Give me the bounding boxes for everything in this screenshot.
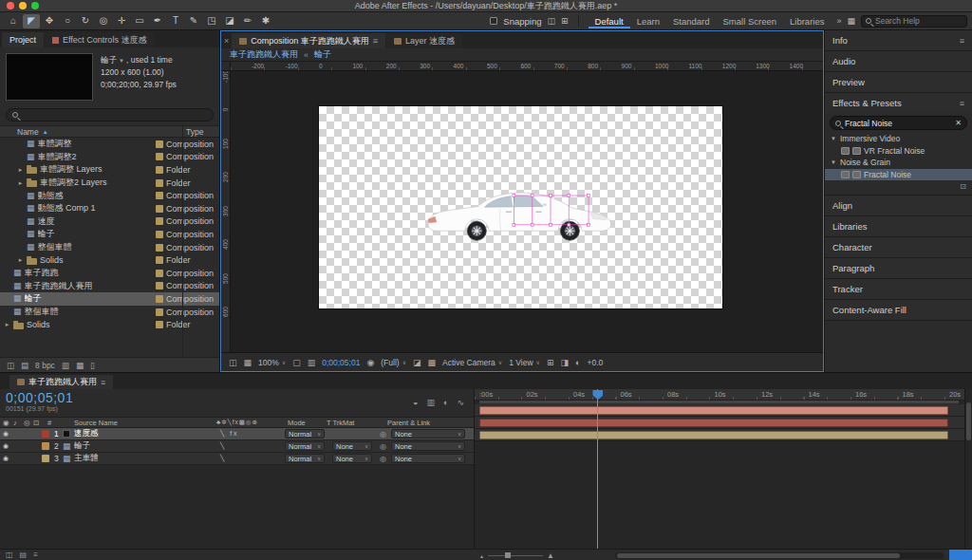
panel-header-character[interactable]: Character (825, 237, 972, 257)
layer-switches[interactable]: ╲ (220, 442, 226, 450)
panel-layout-icon[interactable]: ▦ (847, 16, 855, 26)
help-search[interactable] (861, 15, 967, 28)
label-color-chip[interactable] (156, 282, 163, 289)
always-preview-icon[interactable]: ◫ (229, 358, 237, 367)
layer-switches[interactable]: ╲ (220, 455, 226, 462)
horizontal-ruler[interactable]: -200-10001002003004005006007008009001000… (231, 62, 823, 71)
parent-select[interactable]: None∨ (391, 454, 465, 463)
layer-duration-bar[interactable] (479, 419, 948, 427)
frame-blend-icon[interactable]: ▥ (427, 398, 436, 407)
parent-select[interactable]: None∨ (391, 441, 465, 451)
project-row[interactable]: ▦車體調整2Composition (0, 151, 219, 164)
grid-guides-icon[interactable]: ▥ (308, 358, 316, 367)
color-depth-button[interactable]: 8 bpc (35, 361, 55, 370)
timeline-graph[interactable]: :00s02s04s06s08s10s12s14s16s18s20s (475, 389, 964, 549)
visibility-eye-icon[interactable]: ◉ (3, 442, 9, 450)
trkmat-select[interactable]: None∨ (332, 441, 372, 451)
visibility-eye-icon[interactable]: ◉ (3, 455, 9, 462)
close-window-button[interactable] (7, 2, 14, 9)
project-row[interactable]: ▦輪子Composition (0, 292, 219, 306)
workspace-tab[interactable]: Libraries (783, 14, 831, 28)
project-row[interactable]: ▦輪子Composition (0, 228, 219, 241)
label-color-chip[interactable] (156, 321, 163, 328)
effect-category[interactable]: ▼Noise & Grain (825, 157, 972, 169)
panel-menu-icon[interactable]: ≡ (101, 378, 105, 387)
expander-icon[interactable]: ▸ (4, 321, 10, 328)
composition-viewport[interactable]: -200-10001002003004005006007008009001000… (221, 62, 823, 352)
delete-icon[interactable]: ▯ (90, 361, 95, 370)
workspace-tab[interactable]: Default (589, 14, 630, 28)
layer-label-chip[interactable] (42, 430, 49, 438)
effect-item[interactable]: VR Fractal Noise (825, 145, 972, 158)
scrollbar-thumb[interactable] (617, 553, 900, 558)
panel-header-effects-presets[interactable]: Effects & Presets ≡ (825, 93, 972, 113)
project-row[interactable]: ▸SolidsFolder (0, 253, 219, 267)
label-color-chip[interactable] (156, 270, 163, 277)
project-row[interactable]: ▸SolidsFolder (0, 318, 219, 331)
project-row[interactable]: ▸車體調整 LayersFolder (0, 163, 219, 177)
mode-select[interactable]: Normal∨ (285, 441, 325, 451)
home-icon[interactable]: ⌂ (5, 14, 22, 28)
create-preset-icon[interactable]: ⊡ (960, 182, 966, 191)
workspace-tab[interactable]: Learn (630, 14, 666, 28)
panel-header-tracker[interactable]: Tracker (825, 279, 972, 299)
tab-project[interactable]: Project (2, 32, 44, 47)
expand-in-out-icon[interactable]: ≡ (33, 551, 38, 559)
orbit-camera-tool[interactable]: ↻ (77, 14, 94, 28)
project-row[interactable]: ▦整個車體Composition (0, 306, 219, 319)
label-color-chip[interactable] (156, 205, 163, 213)
layer-duration-bar[interactable] (479, 406, 948, 415)
project-row[interactable]: ▦車子跑跑Composition (0, 267, 219, 280)
zoom-tool[interactable]: ○ (59, 14, 76, 28)
exposure-value[interactable]: +0.0 (587, 358, 603, 367)
breadcrumb-parent[interactable]: 車子跑跑鐵人賽用 (230, 48, 298, 61)
magnification-select[interactable]: 100% ∨ (258, 358, 286, 367)
interpret-footage-icon[interactable]: ◫ (7, 361, 14, 370)
shy-icon[interactable]: ◒ (413, 398, 418, 407)
tab-effect-controls[interactable]: Effect Controls 速度感 (45, 32, 154, 47)
project-row[interactable]: ▦速度Composition (0, 215, 219, 229)
selection-tool[interactable]: ◤ (23, 14, 40, 28)
tab-layer[interactable]: Layer 速度感 (386, 33, 462, 48)
graph-editor-icon[interactable]: ∿ (457, 398, 464, 407)
puppet-pin-tool[interactable]: ✱ (257, 14, 274, 28)
effects-search-input[interactable] (845, 119, 951, 128)
pickwhip-icon[interactable]: ◎ (380, 430, 386, 439)
expand-layer-switches-icon[interactable]: ◫ (6, 551, 13, 559)
footage-thumbnail[interactable] (6, 53, 93, 101)
pen-tool[interactable]: ✒ (149, 14, 166, 28)
panel-header-info[interactable]: Info ≡ (825, 30, 972, 50)
timeline-column-header[interactable]: ◉ ♪ ◎ ⊡ # Source Name ♣✲╲fx▦◎⊕ Mode T Tr… (0, 417, 474, 428)
viewer-current-time[interactable]: 0;00;05;01 (322, 358, 360, 367)
label-color-chip[interactable] (156, 308, 163, 316)
column-trkmat[interactable]: T TrkMat (327, 419, 354, 427)
tab-composition[interactable]: Composition 車子跑跑鐵人賽用 ≡ (232, 33, 385, 48)
project-search-input[interactable] (22, 110, 207, 120)
vertical-ruler[interactable]: -1000100200300400500600 (221, 71, 231, 352)
collapse-triangle-icon[interactable]: ▼ (831, 159, 837, 165)
effect-item[interactable]: Fractal Noise (825, 169, 972, 181)
label-color-chip[interactable] (156, 217, 163, 225)
camera-select[interactable]: Active Camera ∨ (442, 358, 502, 367)
pickwhip-icon[interactable]: ◎ (380, 442, 386, 451)
expander-icon[interactable]: ▸ (17, 256, 24, 264)
effects-search[interactable]: ✕ (830, 116, 967, 130)
expander-icon[interactable]: ▸ (17, 166, 24, 174)
new-composition-icon[interactable]: ▦ (76, 361, 84, 370)
project-column-header[interactable]: Name ▲ Type (0, 125, 219, 138)
parent-select[interactable]: None∨ (391, 429, 465, 439)
layer-row[interactable]: ◉2▦輪子╲Normal∨None∨◎None∨ (0, 440, 474, 453)
panel-header-preview[interactable]: Preview (825, 72, 972, 92)
mode-select[interactable]: Normal∨ (285, 429, 325, 439)
project-row[interactable]: ▦車體調整Composition (0, 138, 219, 151)
eraser-tool[interactable]: ◪ (221, 14, 238, 28)
layer-label-chip[interactable] (42, 442, 49, 450)
transparency-grid-icon[interactable]: ▩ (428, 358, 437, 367)
close-panel-icon[interactable]: × (224, 36, 229, 46)
panel-menu-icon[interactable]: ≡ (960, 99, 964, 108)
label-color-chip[interactable] (156, 231, 163, 238)
panel-header-audio[interactable]: Audio (825, 51, 972, 71)
snapping-checkbox[interactable] (490, 17, 497, 25)
effect-category[interactable]: ▼Immersive Video (825, 133, 972, 145)
column-source-name[interactable]: Source Name (74, 419, 118, 427)
